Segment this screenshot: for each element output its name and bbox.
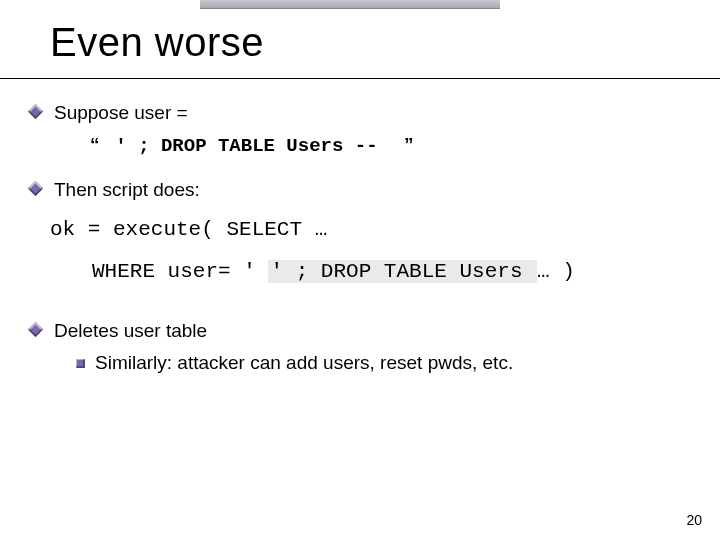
slide-title: Even worse <box>50 20 264 65</box>
diamond-bullet-icon <box>28 181 44 197</box>
bullet-suppose-user: Suppose user = <box>30 100 690 126</box>
bullet-text: Then script does: <box>54 179 200 200</box>
sub-bullet-text: Similarly: attacker can add users, reset… <box>95 352 513 373</box>
bullet-deletes-table: Deletes user table Similarly: attacker c… <box>30 318 690 375</box>
title-underline <box>0 78 720 79</box>
page-number: 20 <box>686 512 702 528</box>
bullet-then-script: Then script does: <box>30 177 690 203</box>
bullet-text: Suppose user = <box>54 102 188 123</box>
slide-body: Suppose user = “ ′ ; DROP TABLE Users --… <box>30 100 690 381</box>
sql-payload-text: ′ ; DROP TABLE Users -- <box>115 135 377 157</box>
title-accent-bar <box>200 0 500 9</box>
code-line-2: WHERE user= ′ ′ ; DROP TABLE Users … ) <box>50 255 690 289</box>
square-bullet-icon <box>76 359 85 368</box>
code-line-1: ok = execute( SELECT … <box>50 213 690 247</box>
quote-open: “ <box>90 134 100 155</box>
quote-close: ” <box>404 134 414 155</box>
diamond-bullet-icon <box>28 104 44 120</box>
bullet-text: Deletes user table <box>54 320 207 341</box>
code-suffix: … ) <box>537 260 575 283</box>
code-prefix: WHERE user= ′ <box>92 260 268 283</box>
code-highlight: ′ ; DROP TABLE Users <box>268 260 537 283</box>
sub-bullet-similarly: Similarly: attacker can add users, reset… <box>54 350 690 376</box>
user-input-payload: “ ′ ; DROP TABLE Users -- ” <box>30 132 690 160</box>
code-block: ok = execute( SELECT … WHERE user= ′ ′ ;… <box>50 213 690 288</box>
diamond-bullet-icon <box>28 322 44 338</box>
